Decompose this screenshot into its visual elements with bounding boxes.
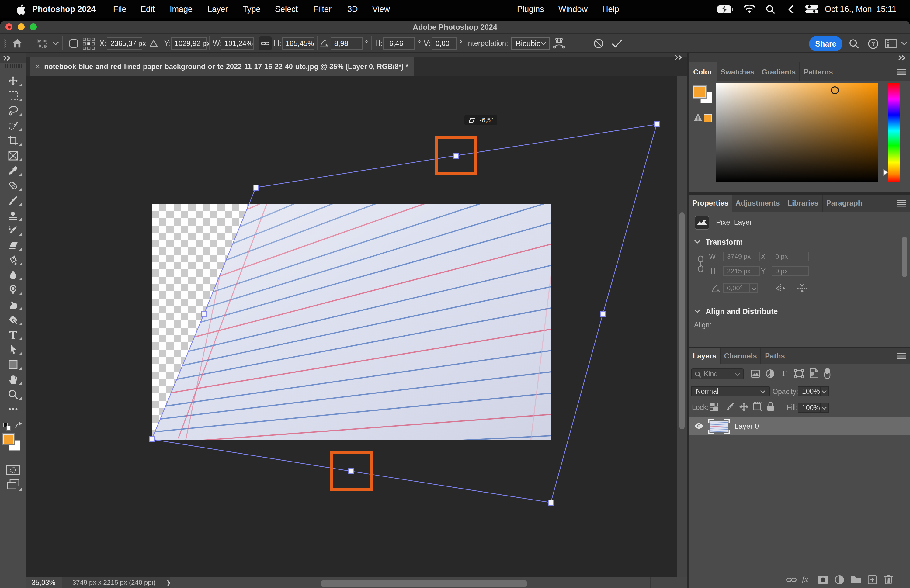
svg-text:?: ? — [871, 40, 875, 47]
